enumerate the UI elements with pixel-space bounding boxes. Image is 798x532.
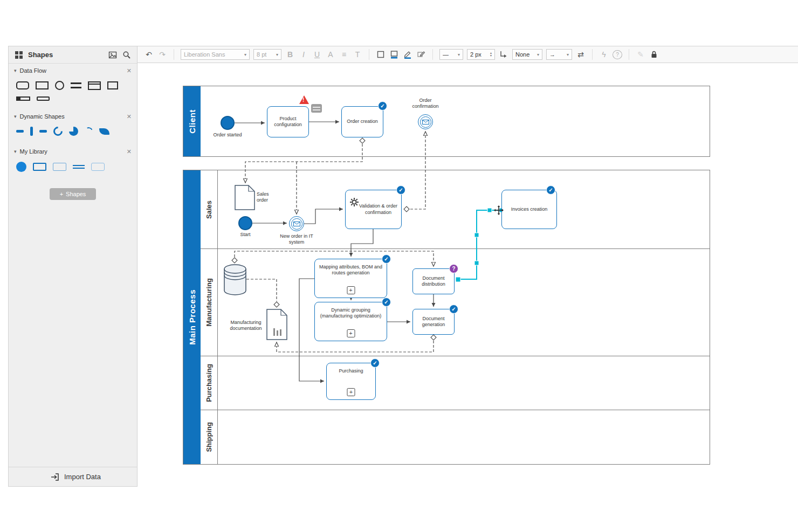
shape-frame-button[interactable] [376, 49, 386, 60]
font-size-select[interactable]: 8 pt ▾ [253, 49, 281, 60]
close-icon[interactable]: ✕ [127, 148, 132, 155]
gear-icon [349, 197, 359, 207]
subprocess-expand-icon[interactable]: + [347, 286, 355, 294]
line-width-stepper[interactable]: 2 px ▴ ▾ [467, 49, 495, 60]
italic-button[interactable]: I [299, 49, 308, 60]
line-style-select[interactable]: — ▾ [439, 49, 463, 60]
document-generation-task[interactable]: Document generation [412, 309, 455, 335]
close-icon[interactable]: ✕ [127, 113, 132, 120]
collapse-icon[interactable]: ▾ [14, 149, 17, 154]
start-event[interactable] [238, 216, 252, 230]
arrow-style-select[interactable]: → ▾ [546, 49, 572, 60]
shape-thumb-vbar[interactable] [30, 127, 33, 136]
purchasing-subprocess[interactable]: Purchasing + [326, 363, 376, 400]
subprocess-expand-icon[interactable]: + [347, 329, 355, 337]
mapping-subprocess[interactable]: Mapping attributes, BOM and routes gener… [314, 259, 387, 298]
shape-thumb-titled-rect[interactable] [88, 81, 101, 90]
pool-client[interactable]: Client [183, 86, 710, 157]
add-shapes-button[interactable]: + Shapes [50, 188, 96, 200]
order-confirmation-event[interactable] [418, 114, 433, 129]
sales-order-document[interactable] [235, 185, 255, 210]
shape-thumb-rect-small[interactable] [107, 81, 118, 89]
shape-thumb-rounded-rect[interactable] [16, 81, 29, 89]
connector-style-button[interactable] [499, 49, 508, 60]
step-down-icon[interactable]: ▾ [490, 54, 492, 57]
undo-button[interactable]: ↶ [144, 49, 154, 60]
section-dynamic-shapes-header[interactable]: ▾ Dynamic Shapes ✕ [9, 109, 137, 123]
lightning-button[interactable]: ϟ [599, 49, 609, 60]
manufacturing-documentation-shape[interactable] [266, 309, 287, 340]
close-icon[interactable]: ✕ [127, 67, 132, 74]
validation-label: Validation & order confirmation [357, 203, 399, 216]
redo-button[interactable]: ↷ [157, 49, 167, 60]
arrow-style-value: → [549, 51, 564, 58]
shape-thumb-rect[interactable] [36, 81, 49, 89]
collapse-icon[interactable]: ▾ [14, 114, 17, 119]
text-style-button[interactable]: T [353, 49, 362, 60]
sales-order-label: Sales order [257, 191, 281, 204]
collapse-icon[interactable]: ▾ [14, 68, 17, 73]
lane-shipping[interactable]: Shipping [201, 410, 710, 464]
new-order-label: New order in IT system [277, 233, 317, 246]
product-configuration-task[interactable]: Product configuration [267, 106, 309, 137]
alert-icon[interactable]: ! [299, 95, 309, 104]
chevron-down-icon: ▾ [244, 52, 246, 57]
section-my-library-header[interactable]: ▾ My Library ✕ [9, 144, 137, 158]
shape-thumb-blob[interactable] [99, 128, 109, 135]
underline-button[interactable]: U [312, 49, 322, 60]
lock-button[interactable] [649, 49, 659, 60]
shape-thumb-dash[interactable] [16, 130, 24, 133]
align-button[interactable]: ≡ [339, 49, 349, 60]
check-badge: ✓ [378, 101, 387, 110]
import-data-button[interactable]: Import Data [9, 467, 137, 486]
pool-main-process-bar[interactable]: Main Process [183, 170, 201, 464]
invoices-creation-task[interactable]: Invoices creation [501, 190, 557, 229]
edit-style-button[interactable] [416, 49, 426, 60]
shape-thumb-quarter-arc[interactable] [84, 126, 94, 136]
swap-direction-button[interactable]: ⇄ [576, 49, 586, 60]
help-button[interactable]: ? [613, 50, 622, 59]
bold-button[interactable]: B [285, 49, 295, 60]
shape-thumb-thin-lines[interactable] [73, 165, 85, 169]
pool-client-bar[interactable]: Client [183, 86, 201, 156]
line-color-button[interactable] [403, 49, 412, 60]
new-order-event[interactable] [289, 216, 304, 231]
subprocess-expand-icon[interactable]: + [347, 388, 355, 396]
lane-purchasing[interactable]: Purchasing [201, 356, 710, 410]
fill-color-button[interactable] [389, 49, 399, 60]
check-icon: ✓ [548, 187, 553, 193]
shape-thumb-outline-rect-light2[interactable] [91, 163, 105, 171]
validation-task[interactable]: Validation & order confirmation [345, 190, 402, 229]
shape-thumb-outline-rect-light[interactable] [53, 163, 66, 171]
shape-thumb-parallel-lines[interactable] [71, 82, 81, 88]
image-icon[interactable] [108, 50, 118, 60]
order-confirmation-label: Order confirmation [407, 98, 444, 110]
order-creation-task[interactable]: Order creation [341, 106, 383, 137]
fill-color-icon [390, 50, 398, 59]
stepper-arrows[interactable]: ▴ ▾ [490, 52, 492, 57]
section-title: Dynamic Shapes [20, 113, 123, 120]
shape-thumb-open-arc[interactable] [51, 125, 64, 137]
shape-thumb-circle[interactable] [55, 81, 64, 90]
shape-thumb-filled-circle[interactable] [16, 162, 26, 172]
font-color-button[interactable]: A [326, 49, 335, 60]
comment-icon[interactable] [311, 104, 322, 113]
waypoint-select[interactable]: None ▾ [512, 49, 542, 60]
app-window: Shapes ▾ Data Flow ✕ [0, 0, 798, 532]
search-icon[interactable] [122, 50, 132, 60]
shape-thumb-pie[interactable] [69, 127, 78, 136]
pencil-button[interactable]: ✎ [636, 49, 645, 60]
frame-icon [376, 50, 385, 59]
shape-thumb-tab-bar[interactable] [16, 96, 30, 101]
dynamic-grouping-subprocess[interactable]: Dynamic grouping (manufacturing optimiza… [314, 302, 387, 341]
shape-thumb-outline-rect[interactable] [33, 163, 46, 171]
dynamic-shapes-thumbs [9, 123, 137, 144]
shape-thumb-dash2[interactable] [39, 130, 47, 133]
diagram-canvas[interactable]: Client Main Process Sales Manufacturing … [137, 63, 798, 532]
font-family-select[interactable]: Liberation Sans ▾ [181, 49, 250, 60]
shape-thumb-bar[interactable] [37, 96, 50, 101]
database-shape[interactable] [224, 264, 246, 295]
section-data-flow-header[interactable]: ▾ Data Flow ✕ [9, 64, 137, 78]
order-started-event[interactable] [221, 116, 235, 130]
document-distribution-task[interactable]: Document distribution [412, 268, 455, 294]
